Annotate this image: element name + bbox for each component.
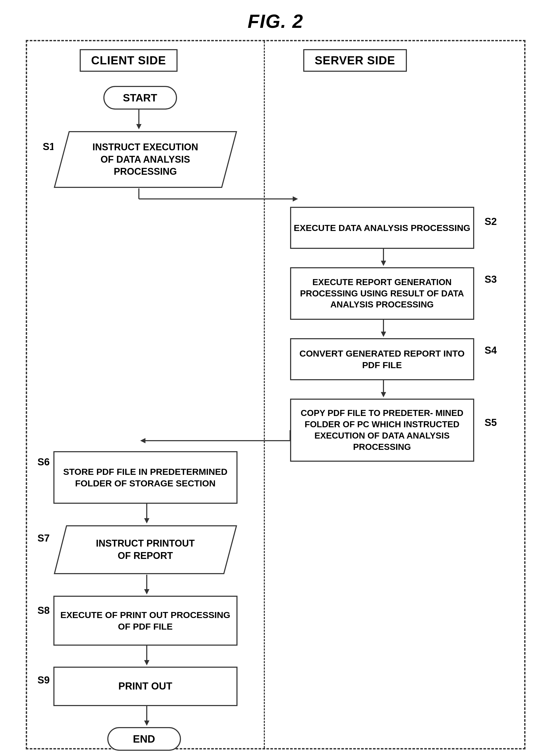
svg-marker-16 <box>144 518 149 523</box>
start-terminal: START <box>103 86 177 110</box>
s2-process: EXECUTE DATA ANALYSIS PROCESSING <box>290 207 474 249</box>
svg-marker-21 <box>144 660 149 665</box>
s5-process: COPY PDF FILE TO PREDETER- MINED FOLDER … <box>290 399 474 462</box>
s1-io-shape: INSTRUCT EXECUTION OF DATA ANALYSIS PROC… <box>53 131 237 188</box>
server-side-header: SERVER SIDE <box>303 49 407 72</box>
arrow-s8-s9 <box>145 646 148 667</box>
s7-io-shape: INSTRUCT PRINTOUT OF REPORT <box>53 525 237 575</box>
svg-marker-7 <box>381 261 386 266</box>
svg-marker-5 <box>293 196 298 202</box>
arrow-s4-s5 <box>382 380 385 399</box>
arrow-s6-s7 <box>145 504 148 525</box>
arrow-s3-s4 <box>382 320 385 338</box>
svg-marker-9 <box>381 332 386 337</box>
s4-label: S4 <box>485 345 497 356</box>
svg-marker-23 <box>144 721 149 726</box>
s2-label: S2 <box>485 216 497 227</box>
s7-label: S7 <box>38 533 50 544</box>
s1-label-line <box>49 135 51 136</box>
end-terminal: END <box>107 727 181 751</box>
client-side-header: CLIENT SIDE <box>80 49 178 72</box>
s5-label: S5 <box>485 417 497 428</box>
svg-marker-1 <box>136 124 141 129</box>
s9-process: PRINT OUT <box>53 667 237 706</box>
arrow-s7-s8 <box>145 575 148 596</box>
arrow-s9-end <box>145 706 148 727</box>
s8-label: S8 <box>38 605 50 616</box>
s6-label: S6 <box>38 456 50 468</box>
s8-process: EXECUTE OF PRINT OUT PROCESSING OF PDF F… <box>53 596 237 646</box>
lane-divider <box>264 41 265 748</box>
svg-marker-14 <box>140 438 145 443</box>
s1-text: INSTRUCT EXECUTION OF DATA ANALYSIS PROC… <box>79 141 211 178</box>
s7-text: INSTRUCT PRINTOUT OF REPORT <box>83 537 208 562</box>
diagram-container: CLIENT SIDE SERVER SIDE START S1 INSTRUC… <box>26 40 526 749</box>
arrow-s2-s3 <box>382 249 385 267</box>
arrow-start-s1 <box>137 110 140 131</box>
svg-marker-11 <box>381 392 386 397</box>
page-title: FIG. 2 <box>247 11 303 32</box>
svg-marker-19 <box>144 589 149 594</box>
s9-label: S9 <box>38 675 50 686</box>
s3-process: EXECUTE REPORT GENERATION PROCESSING USI… <box>290 267 474 320</box>
arrow-s5-to-client <box>140 430 292 451</box>
s4-process: CONVERT GENERATED REPORT INTO PDF FILE <box>290 338 474 380</box>
s6-process: STORE PDF FILE IN PREDETERMINED FOLDER O… <box>53 451 237 504</box>
arrow-s1-to-server <box>137 188 298 209</box>
s3-label: S3 <box>485 274 497 285</box>
